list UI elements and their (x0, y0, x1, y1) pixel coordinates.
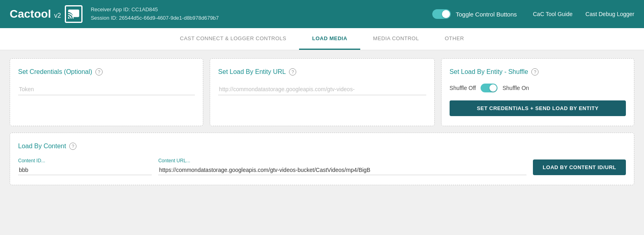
shuffle-on-label: Shuffle On (502, 85, 529, 91)
shuffle-title-text: Set Load By Entity - Shuffle (450, 68, 528, 76)
token-input[interactable] (18, 84, 195, 95)
main-content: Set Credentials (Optional) ? Set Load By… (0, 50, 644, 235)
content-url-value[interactable]: https://commondatastorage.googleapis.com… (158, 165, 526, 175)
load-content-help-icon[interactable]: ? (69, 143, 76, 150)
tab-load-media[interactable]: LOAD MEDIA (299, 28, 360, 50)
cast-svg-icon (68, 8, 80, 20)
content-id-label: Content ID... (18, 158, 152, 163)
logo-text: Cactool v2 (10, 8, 61, 20)
cac-tool-guide-link[interactable]: CaC Tool Guide (533, 11, 573, 17)
credentials-help-icon[interactable]: ? (95, 68, 103, 76)
load-content-title-text: Load By Content (18, 143, 66, 150)
entity-url-card: Set Load By Entity URL ? (210, 58, 435, 126)
credentials-title-text: Set Credentials (Optional) (18, 68, 92, 76)
logo-version: v2 (54, 12, 61, 19)
toggle-label: Toggle Control Buttons (456, 11, 517, 18)
content-url-label: Content URL... (158, 158, 526, 163)
tab-other[interactable]: OTHER (432, 28, 477, 50)
content-id-group: Content ID... bbb (18, 158, 152, 175)
top-cards-row: Set Credentials (Optional) ? Set Load By… (10, 58, 634, 126)
receiver-app-id: Receiver App ID: CC1AD845 (91, 6, 432, 14)
content-fields-row: Content ID... bbb Content URL... https:/… (18, 158, 626, 175)
control-buttons-toggle[interactable] (432, 9, 451, 19)
content-url-group: Content URL... https://commondatastorage… (158, 158, 526, 175)
credentials-card-title: Set Credentials (Optional) ? (18, 68, 195, 76)
content-id-value[interactable]: bbb (18, 165, 152, 175)
load-content-card-title: Load By Content ? (18, 143, 626, 150)
shuffle-toggle[interactable] (481, 84, 497, 92)
logo-area: Cactool v2 (10, 5, 83, 23)
shuffle-off-label: Shuffle Off (450, 85, 476, 91)
logo-brand: Cactool (10, 8, 51, 20)
tab-media-control[interactable]: MEDIA CONTROL (360, 28, 432, 50)
credentials-card: Set Credentials (Optional) ? (10, 58, 203, 126)
entity-url-card-title: Set Load By Entity URL ? (218, 68, 426, 76)
entity-url-title-text: Set Load By Entity URL (218, 68, 286, 76)
tabs-nav: CAST CONNECT & LOGGER CONTROLS LOAD MEDI… (0, 28, 644, 50)
app-header: Cactool v2 Receiver App ID: CC1AD845 Ses… (0, 0, 644, 28)
cast-icon (65, 5, 83, 23)
shuffle-toggle-row: Shuffle Off Shuffle On (450, 84, 626, 92)
load-content-card: Load By Content ? Content ID... bbb Cont… (10, 133, 634, 185)
header-links: CaC Tool Guide Cast Debug Logger (533, 11, 634, 17)
toggle-area: Toggle Control Buttons (432, 9, 517, 19)
cast-debug-logger-link[interactable]: Cast Debug Logger (586, 11, 634, 17)
entity-url-help-icon[interactable]: ? (289, 68, 296, 76)
shuffle-help-icon[interactable]: ? (531, 68, 539, 76)
set-credentials-send-load-button[interactable]: SET CREDENTIALS + SEND LOAD BY ENTITY (450, 100, 626, 116)
tab-cast-connect[interactable]: CAST CONNECT & LOGGER CONTROLS (167, 28, 299, 50)
header-info: Receiver App ID: CC1AD845 Session ID: 26… (91, 6, 432, 22)
shuffle-card: Set Load By Entity - Shuffle ? Shuffle O… (441, 58, 634, 126)
shuffle-card-title: Set Load By Entity - Shuffle ? (450, 68, 626, 76)
entity-url-input[interactable] (218, 84, 426, 95)
session-id: Session ID: 26544d5c-66d9-4607-9de1-d8b9… (91, 14, 432, 22)
load-by-content-button[interactable]: LOAD BY CONTENT ID/URL (533, 159, 626, 175)
